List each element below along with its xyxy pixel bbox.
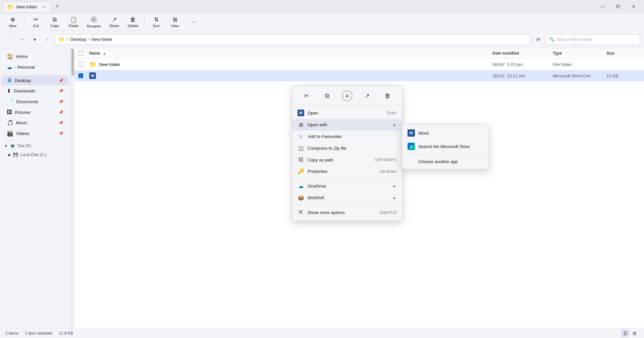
cm-item-compress[interactable]: ◫ Compress to Zip file [292, 142, 402, 154]
view-button[interactable]: ⊞ View [166, 15, 184, 29]
more-icon: ··· [191, 19, 196, 25]
cm-more-options-label: Show more options [308, 210, 345, 215]
folder-icon: 📁 [89, 61, 97, 68]
breadcrumb[interactable]: 📁 > Desktop > New folder [55, 34, 531, 45]
sidebar-item-videos[interactable]: 🎬 Videos 📌 [1, 128, 69, 139]
header-date-label: Date modified [492, 51, 519, 56]
header-name-label: Name [89, 51, 100, 56]
sidebar-item-home[interactable]: 🏠 Home [1, 51, 69, 62]
maximize-button[interactable]: ⧠ [610, 0, 626, 13]
header-type-label: Type [553, 51, 562, 56]
cm-item-open[interactable]: W Open Enter [292, 107, 402, 119]
file-tab[interactable]: 📁 New folder × [3, 1, 51, 12]
cm-more-options-shortcut: Shift+F10 [379, 210, 397, 215]
list-view-button[interactable]: ☰ [621, 329, 629, 337]
pin-icon: 📌 [59, 78, 63, 83]
search-box[interactable]: 🔍 Search New folder [546, 34, 640, 45]
file-row[interactable]: 📁 New folder 06/04/ 5:23 pm File folder [74, 59, 644, 70]
close-window-button[interactable]: ✕ [626, 0, 641, 13]
cm-item-onedrive[interactable]: ☁ OneDrive ► [292, 180, 402, 192]
more-button[interactable]: ··· [185, 17, 203, 27]
cm-item-copy-path[interactable]: ⛓ Copy as path Ctrl+Shift+C [292, 154, 402, 165]
cm-delete-button[interactable]: 🗑 [382, 90, 394, 102]
back-button[interactable]: ← [4, 35, 14, 45]
view-toggle: ☰ ⊞ [621, 329, 639, 337]
file-row-1-date: 06/04/ [492, 62, 504, 67]
submenu-item-choose[interactable]: Choose another app [402, 156, 489, 167]
submenu-item-word[interactable]: W Word [402, 126, 489, 140]
paste-button[interactable]: 📋 Paste [65, 15, 82, 29]
file-row-1-name-col: 📁 New folder [89, 61, 492, 68]
cm-open-with-arrow: ► [393, 123, 397, 127]
cm-copy-button[interactable]: ⧉ [321, 90, 333, 102]
sort-button[interactable]: ⇅ Sort [148, 15, 165, 29]
new-icon: ⊕ [10, 16, 15, 23]
cm-item-open-with[interactable]: ⊞ Open with ► [292, 119, 402, 131]
cm-item-favourites[interactable]: ☆ Add to Favourites [292, 131, 402, 142]
desktop-icon: 🖥 [7, 77, 12, 83]
forward-button[interactable]: → [17, 35, 27, 45]
cm-winrar-label: WinRAR [308, 195, 324, 200]
music-pin-icon: 📌 [59, 121, 63, 125]
share-button[interactable]: ↗ Share [106, 15, 123, 29]
breadcrumb-newfolder[interactable]: New folder [92, 37, 112, 42]
share-label: Share [109, 24, 119, 28]
recent-locations-button[interactable]: ▾ [30, 35, 40, 45]
sidebar-item-downloads[interactable]: ⬇ Downloads 📌 [1, 86, 69, 96]
paste-label: Paste [69, 24, 78, 28]
sidebar-item-pictures[interactable]: 🖼 Pictures 📌 [1, 107, 69, 117]
header-name-col[interactable]: Name ▲ [89, 51, 492, 56]
delete-button[interactable]: 🗑 Delete [124, 15, 142, 29]
music-icon: 🎵 [7, 120, 13, 126]
cm-item-properties[interactable]: 🔑 Properties Alt+Enter [292, 165, 402, 177]
rename-button[interactable]: Ⓐ Rename [84, 14, 104, 29]
sort-icon: ⇅ [154, 16, 159, 23]
share-icon: ↗ [112, 16, 117, 23]
sidebar-item-documents[interactable]: 📄 Documents 📌 [1, 96, 69, 107]
up-button[interactable]: ↑ [42, 35, 52, 45]
sidebar-item-onedrive[interactable]: ☁ - Personal [1, 62, 69, 72]
sidebar-localdisk-header[interactable]: ▶ 💾 Local Disk (C:) [0, 150, 70, 159]
cm-open-shortcut: Enter [387, 111, 397, 115]
cm-properties-icon: 🔑 [298, 168, 304, 175]
sidebar-thispc-label: This PC [17, 144, 32, 148]
sidebar-onedrive-label: - Personal [15, 65, 35, 70]
sidebar-videos-label: Videos [16, 131, 30, 136]
submenu-open-with: W Word ⊞ Search the Microsoft Store Choo… [402, 124, 489, 170]
cm-rename-button[interactable]: A [342, 90, 353, 101]
header-date-col[interactable]: Date modified [492, 51, 553, 56]
refresh-button[interactable]: ⟳ [533, 35, 543, 45]
cm-properties-label: Properties [308, 169, 327, 174]
file-row-2-checkbox[interactable]: ✓ [78, 73, 83, 78]
header-type-col[interactable]: Type [553, 51, 606, 56]
breadcrumb-desktop[interactable]: Desktop [70, 37, 87, 42]
file-row[interactable]: ✓ W 28/12/ 12:12 pm Microsoft Word Doc 1… [74, 70, 644, 81]
cm-cut-button[interactable]: ✂ [301, 90, 313, 102]
sidebar-item-desktop[interactable]: 🖥 Desktop 📌 [1, 75, 69, 85]
file-row-1-checkbox[interactable] [78, 62, 83, 67]
tab-close-button[interactable]: × [41, 4, 47, 9]
select-all-checkbox[interactable] [78, 51, 83, 56]
new-tab-button[interactable]: + [52, 2, 62, 11]
cut-button[interactable]: ✂ Cut [27, 15, 45, 29]
rename-icon: Ⓐ [91, 16, 97, 23]
file-row-checkbox-col: ✓ [78, 73, 89, 78]
sidebar-item-music[interactable]: 🎵 Music 📌 [1, 118, 69, 128]
cut-label: Cut [33, 24, 39, 28]
sidebar-scrollbar[interactable] [70, 48, 74, 328]
cm-item-more-options[interactable]: ⇱ Show more options Shift+F10 [292, 207, 402, 218]
grid-view-button[interactable]: ⊞ [631, 329, 639, 337]
sidebar-thispc-header[interactable]: ▼ 💻 This PC [0, 142, 70, 150]
copy-button[interactable]: ⧉ Copy [46, 15, 63, 29]
cm-share-button[interactable]: ↗ [361, 90, 373, 102]
cm-item-winrar[interactable]: 📦 WinRAR ► [292, 192, 402, 204]
new-button[interactable]: ⊕ New [4, 15, 21, 29]
submenu-choose-label: Choose another app [418, 159, 458, 164]
cm-compress-icon: ◫ [298, 145, 304, 151]
submenu-item-store[interactable]: ⊞ Search the Microsoft Store [402, 140, 489, 153]
cm-copy-path-icon: ⛓ [298, 157, 304, 163]
minimize-button[interactable]: — [595, 0, 610, 13]
sidebar-scrollbar-thumb[interactable] [71, 49, 74, 76]
file-row-2-date: 28/12/ [492, 73, 504, 78]
header-size-col[interactable]: Size [606, 51, 640, 56]
